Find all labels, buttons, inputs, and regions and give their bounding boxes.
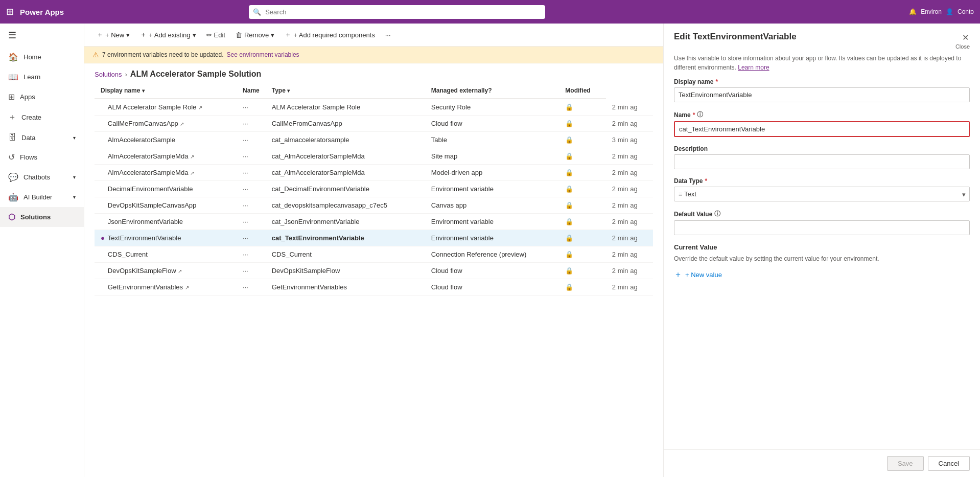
- ai-builder-icon: 🤖: [8, 192, 18, 202]
- breadcrumb-parent[interactable]: Solutions: [95, 71, 122, 78]
- col-name[interactable]: Name: [237, 83, 266, 99]
- remove-button[interactable]: 🗑 Remove ▾: [231, 29, 278, 41]
- cell-dots-menu[interactable]: ···: [237, 132, 266, 148]
- cell-dots-menu[interactable]: ···: [237, 263, 266, 279]
- sidebar-item-learn[interactable]: 📖 Learn: [0, 67, 84, 87]
- add-existing-button[interactable]: ＋ + Add existing ▾: [136, 28, 200, 42]
- name-info-icon[interactable]: ⓘ: [697, 110, 703, 119]
- sidebar-item-create[interactable]: ＋ Create: [0, 107, 84, 128]
- new-value-button[interactable]: ＋ + New value: [674, 267, 722, 282]
- col-managed[interactable]: Managed externally?: [425, 83, 559, 99]
- edit-label: Edit: [214, 31, 225, 39]
- home-icon: 🏠: [8, 52, 18, 62]
- learn-more-link[interactable]: Learn more: [738, 64, 769, 71]
- new-chevron-icon: ▾: [126, 31, 130, 39]
- warning-link[interactable]: See environment variables: [227, 51, 299, 58]
- remove-icon: 🗑: [236, 31, 242, 39]
- default-value-input[interactable]: [674, 220, 970, 235]
- cell-dots-menu[interactable]: ···: [237, 246, 266, 263]
- cell-name: cat_AlmAcceleratorSampleMda: [266, 148, 425, 165]
- user-avatar[interactable]: 👤: [946, 8, 953, 15]
- default-value-info-icon[interactable]: ⓘ: [714, 210, 720, 218]
- cell-name: cat_DecimalEnvironmentVariable: [266, 181, 425, 197]
- table-row[interactable]: ●GetEnvironmentVariables ↗···GetEnvironm…: [95, 279, 653, 296]
- warning-banner: ⚠ 7 environment variables need to be upd…: [84, 47, 663, 63]
- cell-modified: 2 min ag: [606, 99, 653, 116]
- cell-dots-menu[interactable]: ···: [237, 181, 266, 197]
- sidebar-item-data[interactable]: 🗄 Data ▾: [0, 128, 84, 147]
- row-selected-check: ●: [101, 234, 105, 242]
- notification-icon[interactable]: 🔔: [909, 8, 917, 15]
- name-required: *: [693, 111, 695, 119]
- table-row[interactable]: ●TextEnvironmentVariable···cat_TextEnvir…: [95, 230, 653, 246]
- table-row[interactable]: ●CallMeFromCanvasApp ↗···CallMeFromCanva…: [95, 116, 653, 132]
- edit-icon: ✏: [206, 31, 212, 39]
- ai-builder-chevron-icon: ▾: [73, 194, 76, 200]
- warning-icon: ⚠: [92, 51, 99, 59]
- cell-dots-menu[interactable]: ···: [237, 116, 266, 132]
- solutions-table: Display name ▾ Name Type ▾ Managed exter…: [95, 83, 653, 296]
- sidebar-item-ai-builder[interactable]: 🤖 AI Builder ▾: [0, 187, 84, 207]
- table-row[interactable]: ●AlmAcceleratorSampleMda ↗···cat_AlmAcce…: [95, 148, 653, 165]
- cell-modified: 2 min ag: [606, 214, 653, 230]
- table-row[interactable]: ●ALM Accelerator Sample Role ↗···ALM Acc…: [95, 99, 653, 116]
- cell-dots-menu[interactable]: ···: [237, 197, 266, 214]
- search-container: 🔍: [249, 5, 545, 19]
- warning-text: 7 environment variables need to be updat…: [102, 51, 224, 58]
- cell-dots-menu[interactable]: ···: [237, 279, 266, 296]
- cell-name: CDS_Current: [266, 246, 425, 263]
- sidebar-item-home[interactable]: 🏠 Home: [0, 47, 84, 67]
- grid-icon[interactable]: ⊞: [6, 6, 14, 17]
- sidebar-item-solutions[interactable]: ⬡ Solutions: [0, 207, 84, 227]
- new-button[interactable]: ＋ + New ▾: [92, 28, 134, 42]
- col-display-name[interactable]: Display name ▾: [95, 83, 237, 99]
- sidebar-hamburger[interactable]: ☰: [0, 24, 84, 47]
- cell-type: Environment variable: [425, 214, 559, 230]
- table-row[interactable]: ●DecimalEnvironmentVariable···cat_Decima…: [95, 181, 653, 197]
- cell-type: Site map: [425, 148, 559, 165]
- main-container: ☰ 🏠 Home 📖 Learn ⊞ Apps ＋ Create 🗄 Data …: [0, 24, 980, 477]
- current-value-section: Current Value Override the default value…: [674, 243, 970, 282]
- table-row[interactable]: ●CDS_Current···CDS_CurrentConnection Ref…: [95, 246, 653, 263]
- data-type-select-wrapper: ≡ Text ≡ Number ≡ Boolean ≡ Environment …: [674, 187, 970, 201]
- cell-name: ALM Accelerator Sample Role: [266, 99, 425, 116]
- sidebar-item-apps[interactable]: ⊞ Apps: [0, 87, 84, 107]
- cell-modified: 2 min ag: [606, 165, 653, 181]
- cell-dots-menu[interactable]: ···: [237, 148, 266, 165]
- display-name-input[interactable]: [674, 87, 970, 102]
- cell-modified: 2 min ag: [606, 246, 653, 263]
- data-type-select[interactable]: ≡ Text ≡ Number ≡ Boolean ≡ Environment …: [674, 187, 970, 201]
- cell-type: Cloud flow: [425, 116, 559, 132]
- display-name-required: *: [715, 78, 718, 85]
- col-type[interactable]: Type ▾: [266, 83, 425, 99]
- search-icon: 🔍: [253, 8, 261, 16]
- data-chevron-icon: ▾: [73, 135, 76, 141]
- name-input[interactable]: [674, 121, 970, 137]
- cell-dots-menu[interactable]: ···: [237, 99, 266, 116]
- cell-dots-menu[interactable]: ···: [237, 230, 266, 246]
- table-row[interactable]: ●JsonEnvironmentVariable···cat_JsonEnvir…: [95, 214, 653, 230]
- cell-display-name: ●GetEnvironmentVariables ↗: [95, 279, 237, 296]
- cell-display-name: ●AlmAcceleratorSampleMda ↗: [95, 165, 237, 181]
- save-button[interactable]: Save: [887, 456, 924, 471]
- cell-dots-menu[interactable]: ···: [237, 165, 266, 181]
- sidebar-item-chatbots[interactable]: 💬 Chatbots ▾: [0, 167, 84, 187]
- cell-dots-menu[interactable]: ···: [237, 214, 266, 230]
- sidebar-item-flows[interactable]: ↺ Flows: [0, 147, 84, 167]
- more-button[interactable]: ···: [381, 29, 395, 41]
- panel-close-button[interactable]: ✕: [961, 32, 970, 43]
- table-row[interactable]: ●DevOpsKitSampleCanvasApp···cat_devopski…: [95, 197, 653, 214]
- cell-name: CallMeFromCanvasApp: [266, 116, 425, 132]
- search-input[interactable]: [249, 5, 545, 19]
- add-required-button[interactable]: ＋ + Add required components: [281, 28, 379, 42]
- data-type-required: *: [705, 177, 707, 185]
- remove-chevron-icon: ▾: [271, 31, 274, 39]
- edit-button[interactable]: ✏ Edit: [202, 29, 229, 41]
- table-row[interactable]: ●DevOpsKitSampleFlow ↗···DevOpsKitSample…: [95, 263, 653, 279]
- sidebar-item-solutions-label: Solutions: [20, 213, 51, 221]
- col-modified[interactable]: Modified: [559, 83, 605, 99]
- table-row[interactable]: ●AlmAcceleratorSample···cat_almaccelerat…: [95, 132, 653, 148]
- cancel-button[interactable]: Cancel: [928, 456, 970, 471]
- description-input[interactable]: [674, 154, 970, 169]
- table-row[interactable]: ●AlmAcceleratorSampleMda ↗···cat_AlmAcce…: [95, 165, 653, 181]
